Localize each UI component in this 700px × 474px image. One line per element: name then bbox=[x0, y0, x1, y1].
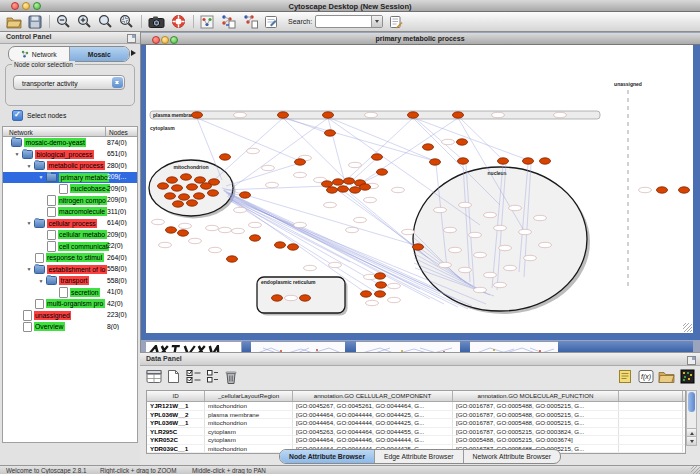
network-node-label[interactable] bbox=[232, 228, 245, 233]
network-node-label[interactable] bbox=[434, 207, 447, 212]
zoom-fit-icon[interactable] bbox=[119, 14, 134, 29]
search-combobox[interactable] bbox=[315, 15, 383, 28]
network-node-label[interactable] bbox=[219, 227, 232, 232]
network-node-label[interactable] bbox=[484, 272, 497, 277]
tree-row[interactable]: ▼metabolic process280(0) bbox=[3, 160, 137, 172]
search-input[interactable] bbox=[316, 16, 374, 25]
table-cell[interactable]: [GO:0016787, GO:0005488, GO:0005215, G..… bbox=[453, 419, 619, 427]
tree-row[interactable]: cellular metabo209(0) bbox=[3, 229, 137, 241]
tree-row[interactable]: secretion41(0) bbox=[3, 287, 137, 299]
table-cell[interactable]: [GO:0016787, GO:0005488, GO:0005215, G..… bbox=[453, 402, 619, 410]
table-row[interactable]: YPL036W__1mitochondrion[GO:0044464, GO:0… bbox=[147, 419, 685, 428]
tree-row[interactable]: multi-organism pro42(0) bbox=[3, 298, 137, 310]
expand-arrow-icon[interactable]: ▼ bbox=[24, 266, 34, 272]
network-node[interactable] bbox=[540, 158, 551, 164]
network-node-label[interactable] bbox=[388, 297, 401, 302]
zoom-selected-icon[interactable] bbox=[98, 14, 113, 29]
network-node[interactable] bbox=[457, 139, 468, 145]
table-cell[interactable]: YJR121W__1 bbox=[147, 402, 205, 410]
tree-row[interactable]: nucleobase-209(0) bbox=[3, 183, 137, 195]
network-node[interactable] bbox=[333, 179, 344, 185]
network-node-label[interactable] bbox=[249, 222, 262, 227]
table-cell[interactable]: cytoplasm bbox=[205, 436, 293, 444]
network-node[interactable] bbox=[167, 177, 178, 183]
table-cell[interactable]: plasma membrane bbox=[205, 411, 293, 419]
network-node-label[interactable] bbox=[209, 247, 222, 252]
table-cell[interactable] bbox=[619, 419, 683, 427]
node-color-select[interactable]: transporter activity bbox=[13, 75, 125, 90]
network-node[interactable] bbox=[376, 282, 387, 288]
network-node[interactable] bbox=[192, 112, 203, 118]
network-node-label[interactable] bbox=[439, 262, 452, 267]
select-attributes-icon[interactable] bbox=[186, 369, 202, 384]
attribute-list-icon[interactable] bbox=[206, 369, 219, 384]
network-node-label[interactable] bbox=[402, 229, 415, 234]
table-cell[interactable]: YLR295C bbox=[147, 428, 205, 436]
tree-row[interactable]: nitrogen compo209(0) bbox=[3, 195, 137, 207]
table-cell[interactable] bbox=[619, 445, 683, 453]
network-node-label[interactable] bbox=[504, 265, 517, 270]
network-node[interactable] bbox=[158, 183, 169, 189]
tab-network-attribute-browser[interactable]: Network Attribute Browser bbox=[464, 450, 561, 463]
network-node-label[interactable] bbox=[554, 112, 567, 117]
tree-row[interactable]: mosaic-demo-yeast874(0) bbox=[3, 137, 137, 149]
tab-mosaic[interactable]: Mosaic bbox=[70, 47, 130, 61]
network-node[interactable] bbox=[173, 201, 184, 207]
column-header[interactable] bbox=[619, 391, 683, 401]
background-window[interactable] bbox=[460, 341, 470, 352]
network-node-label[interactable] bbox=[189, 238, 202, 243]
network-node-label[interactable] bbox=[494, 225, 507, 230]
network-node[interactable] bbox=[350, 187, 361, 193]
new-attribute-icon[interactable] bbox=[167, 369, 180, 384]
network-node-label[interactable] bbox=[474, 252, 487, 257]
network-node[interactable] bbox=[322, 181, 333, 187]
network-node[interactable] bbox=[288, 244, 299, 250]
network-node-label[interactable] bbox=[266, 182, 279, 187]
network-node[interactable] bbox=[201, 183, 212, 189]
network-node[interactable] bbox=[458, 158, 469, 164]
network-node[interactable] bbox=[423, 144, 434, 150]
table-cell[interactable]: mitochondrion bbox=[205, 419, 293, 427]
network-node-label[interactable] bbox=[519, 229, 532, 234]
network-node-label[interactable] bbox=[459, 267, 472, 272]
network-node-label[interactable] bbox=[499, 245, 512, 250]
scroll-down-icon[interactable] bbox=[687, 436, 696, 445]
tree-row[interactable]: ▼establishment of lo558(0) bbox=[3, 264, 137, 276]
network-node[interactable] bbox=[375, 291, 386, 297]
network-node[interactable] bbox=[181, 174, 192, 180]
network-node[interactable] bbox=[178, 230, 189, 236]
tree-row[interactable]: cell communicat22(0) bbox=[3, 241, 137, 253]
network-node[interactable] bbox=[430, 159, 441, 165]
network-node[interactable] bbox=[187, 184, 198, 190]
network-node[interactable] bbox=[300, 295, 311, 301]
function-builder-icon[interactable]: f(x) bbox=[638, 369, 654, 384]
help-icon[interactable] bbox=[171, 14, 186, 29]
network-node-label[interactable] bbox=[524, 255, 537, 260]
network-node-label[interactable] bbox=[346, 227, 359, 232]
network-node-label[interactable] bbox=[234, 112, 247, 117]
network-node-label[interactable] bbox=[494, 282, 507, 287]
network-node-label[interactable] bbox=[349, 162, 362, 167]
tab-node-attribute-browser[interactable]: Node Attribute Browser bbox=[280, 450, 375, 463]
tree-row[interactable]: macromolecule311(0) bbox=[3, 206, 137, 218]
network-node-label[interactable] bbox=[247, 148, 260, 153]
save-icon[interactable] bbox=[28, 15, 42, 29]
network-node[interactable] bbox=[295, 159, 306, 165]
table-cell[interactable] bbox=[619, 402, 683, 410]
network-node-label[interactable] bbox=[492, 112, 505, 117]
tree-row[interactable]: Overview8(0) bbox=[3, 321, 137, 333]
network-node-label[interactable] bbox=[469, 232, 482, 237]
network-node-label[interactable] bbox=[639, 187, 652, 192]
network-node-label[interactable] bbox=[459, 202, 472, 207]
column-header[interactable]: annotation.GO CELLULAR_COMPONENT bbox=[293, 391, 453, 401]
table-scrollbar[interactable] bbox=[686, 390, 697, 446]
table-cell[interactable]: cytoplasm bbox=[205, 428, 293, 436]
network-node[interactable] bbox=[523, 158, 534, 164]
network-node[interactable] bbox=[657, 187, 668, 193]
snapshot-icon[interactable] bbox=[148, 15, 165, 29]
background-window[interactable] bbox=[558, 341, 693, 352]
network-node-label[interactable] bbox=[294, 222, 307, 227]
network-node[interactable] bbox=[325, 130, 336, 136]
network-node-label[interactable] bbox=[449, 247, 462, 252]
network-node[interactable] bbox=[227, 256, 238, 262]
